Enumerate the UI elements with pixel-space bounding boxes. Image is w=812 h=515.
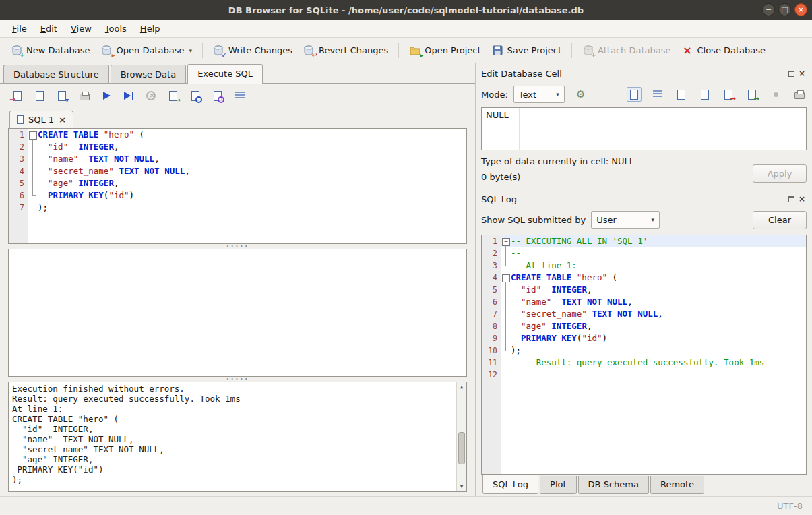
dock-tab-db-schema[interactable]: DB Schema <box>578 476 649 494</box>
line-number: 6 <box>9 189 28 202</box>
find-button[interactable] <box>187 88 204 104</box>
scroll-down-icon[interactable]: ▼ <box>457 482 466 491</box>
new-database-button[interactable]: + New Database <box>5 42 96 59</box>
menu-edit[interactable]: Edit <box>34 22 64 36</box>
format-sql-button[interactable] <box>232 88 248 104</box>
print-cell-button[interactable] <box>792 87 807 102</box>
sql-editor-code[interactable]: 1CREATE TABLE "hero" (2 "id" INTEGER,3 "… <box>9 129 466 243</box>
find-replace-button[interactable] <box>210 88 226 104</box>
write-changes-button[interactable]: ✓ Write Changes <box>208 42 298 59</box>
maximize-icon: □ <box>781 6 788 13</box>
tab-execute-sql[interactable]: Execute SQL <box>187 64 263 84</box>
open-project-button[interactable]: ▸ Open Project <box>404 42 486 59</box>
fold-marker-icon[interactable] <box>501 272 511 284</box>
mode-label: Mode: <box>481 90 508 100</box>
menu-view[interactable]: View <box>64 22 98 36</box>
titlebar[interactable]: DB Browser for SQLite - /home/user/code/… <box>0 0 812 20</box>
line-number: 7 <box>9 202 28 214</box>
attach-database-button[interactable]: + Attach Database <box>577 42 676 59</box>
code-text: -- At line 1: <box>511 260 806 272</box>
tab-browse-data[interactable]: Browse Data <box>111 65 187 83</box>
dock-tab-remote[interactable]: Remote <box>650 476 704 494</box>
revert-changes-button[interactable]: ↩ Revert Changes <box>298 42 394 59</box>
scrollbar-track[interactable] <box>457 392 466 482</box>
menu-tools[interactable]: Tools <box>98 22 133 36</box>
stop-execution-button[interactable] <box>143 88 159 104</box>
import-cell-button[interactable] <box>721 87 736 102</box>
dock-float-icon[interactable] <box>788 196 794 202</box>
dock-close-icon[interactable]: × <box>799 195 805 203</box>
import-icon <box>724 90 732 100</box>
open-sql-file-button[interactable] <box>9 88 26 104</box>
dock-float-icon[interactable] <box>788 71 794 77</box>
clear-log-button[interactable]: Clear <box>753 211 807 229</box>
copy-icon <box>677 90 685 100</box>
open-database-dropdown-icon[interactable]: ▾ <box>189 47 192 54</box>
fold-marker-icon[interactable] <box>501 235 511 247</box>
save-sql-file-as-button[interactable] <box>54 88 70 104</box>
code-text: -- Result: query executed successfully. … <box>511 357 806 369</box>
sql-log-view[interactable]: 1-- EXECUTING ALL IN 'SQL 1'2--3-- At li… <box>481 235 807 475</box>
output-scrollbar[interactable]: ▲ ▼ <box>456 382 466 491</box>
save-project-button[interactable]: Save Project <box>487 42 567 59</box>
sql-file-tab[interactable]: SQL 1 × <box>9 111 73 128</box>
copy-cell-button[interactable] <box>674 87 689 102</box>
export-cell-button[interactable] <box>745 87 759 102</box>
word-wrap-button[interactable] <box>650 87 665 102</box>
print-sql-button[interactable] <box>76 88 92 104</box>
combo-arrow-icon: ▾ <box>652 216 655 223</box>
open-database-button[interactable]: ▸ Open Database ▾ <box>96 42 197 59</box>
minimize-button[interactable]: − <box>762 3 775 16</box>
sql-editor[interactable]: 1CREATE TABLE "hero" (2 "id" INTEGER,3 "… <box>8 128 467 244</box>
code-text: PRIMARY KEY("id") <box>511 332 806 344</box>
stop-icon <box>146 91 156 100</box>
text-view-button[interactable] <box>627 87 642 102</box>
sql-tab-close-icon[interactable]: × <box>59 115 66 124</box>
execute-line-button[interactable] <box>121 88 137 104</box>
edit-cell-header: Edit Database Cell × <box>481 65 807 82</box>
execution-output-pane[interactable]: Execution finished without errors.Result… <box>8 382 467 492</box>
execute-all-icon <box>103 92 111 100</box>
menu-file[interactable]: File <box>5 22 34 36</box>
find-replace-icon <box>214 91 222 101</box>
line-number: 7 <box>482 308 501 320</box>
scroll-up-icon[interactable]: ▲ <box>457 382 466 392</box>
sql-file-tab-bar: SQL 1 × <box>0 108 475 128</box>
sql-file-icon <box>17 115 24 124</box>
paste-icon <box>701 90 709 100</box>
mode-select[interactable]: Text ▾ <box>513 86 565 103</box>
sql-log-title: SQL Log <box>481 194 517 204</box>
close-database-button[interactable]: × Close Database <box>676 42 771 59</box>
paste-cell-button[interactable] <box>697 87 712 102</box>
save-project-icon <box>492 45 503 56</box>
new-database-icon: + <box>11 45 22 56</box>
line-number: 5 <box>9 177 28 189</box>
fold-marker-icon[interactable] <box>28 129 38 141</box>
set-null-button[interactable] <box>768 87 783 102</box>
scrollbar-thumb[interactable] <box>458 432 465 464</box>
line-number: 5 <box>482 284 501 296</box>
button-label: Save Project <box>507 45 562 55</box>
maximize-button[interactable]: □ <box>778 3 791 16</box>
dock-close-icon[interactable]: × <box>799 69 805 78</box>
tab-database-structure[interactable]: Database Structure <box>3 65 109 83</box>
encoding-indicator[interactable]: UTF-8 <box>777 501 803 511</box>
dock-tab-plot[interactable]: Plot <box>540 476 577 494</box>
horizontal-splitter[interactable] <box>0 377 475 382</box>
code-line: 5 "id" INTEGER, <box>482 284 806 296</box>
cell-value-editor[interactable]: NULL <box>481 107 807 150</box>
apply-button[interactable]: Apply <box>753 164 807 183</box>
menu-help[interactable]: Help <box>133 22 167 36</box>
close-button[interactable]: × <box>794 3 807 16</box>
apply-format-button[interactable]: ⚙ <box>573 87 588 102</box>
save-sql-file-button[interactable] <box>32 88 48 104</box>
code-line: 12 <box>482 369 806 381</box>
execute-all-button[interactable] <box>98 88 115 104</box>
main-toolbar: + New Database ▸ Open Database ▾ ✓ Write… <box>0 38 812 63</box>
submitted-by-select[interactable]: User ▾ <box>591 211 660 229</box>
export-results-button[interactable] <box>165 88 181 104</box>
results-grid[interactable] <box>8 249 467 377</box>
dock-tab-sql-log[interactable]: SQL Log <box>482 475 538 494</box>
horizontal-splitter[interactable] <box>0 244 475 249</box>
output-line: CREATE TABLE "hero" ( <box>12 414 454 424</box>
